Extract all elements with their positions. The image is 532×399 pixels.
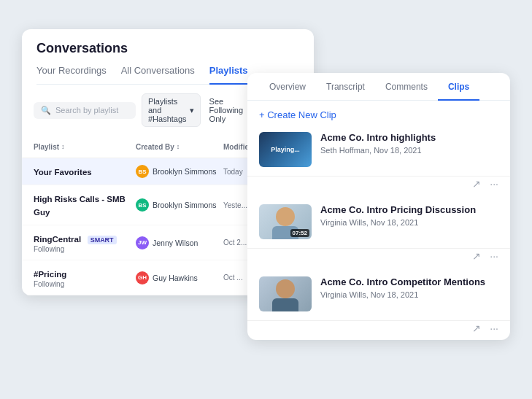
- app-container: Conversations Your Recordings All Conver…: [15, 15, 517, 399]
- person-face: [276, 207, 295, 226]
- create-new-clip-button[interactable]: + Create New Clip: [247, 101, 510, 123]
- playlist-name-cell: High Risks Calls - SMB Guy: [34, 192, 136, 218]
- share-icon[interactable]: ↗: [472, 250, 481, 262]
- share-icon[interactable]: ↗: [472, 178, 481, 190]
- playlist-name-cell: RingCentral SMART Following: [34, 232, 136, 253]
- person-thumbnail-man: [259, 276, 312, 311]
- clips-panel: Overview Transcript Comments Clips + Cre…: [247, 73, 510, 340]
- tab-overview[interactable]: Overview: [259, 73, 316, 101]
- sort-icon-created: ↕: [177, 143, 180, 150]
- avatar: BS: [136, 198, 149, 212]
- chevron-down-icon: ▾: [190, 106, 194, 115]
- avatar: GH: [136, 271, 149, 284]
- tab-comments[interactable]: Comments: [375, 73, 438, 101]
- avatar: BS: [136, 165, 149, 178]
- list-item[interactable]: Acme Co. Intro Competitor Mentions Virgi…: [247, 268, 510, 321]
- tab-all-conversations[interactable]: All Conversations: [121, 65, 195, 85]
- tab-clips[interactable]: Clips: [438, 73, 479, 101]
- clip-info: Acme Co. Intro Competitor Mentions Virgi…: [320, 276, 498, 299]
- creator-cell: JW Jenny Wilson: [136, 236, 223, 249]
- clip-info: Acme Co. Intro Pricing Discussion Virgin…: [320, 204, 498, 227]
- clip-thumbnail: Playing...: [259, 132, 312, 167]
- playing-thumbnail: Playing...: [259, 132, 312, 167]
- duration-badge: 07:52: [290, 229, 309, 237]
- more-options-icon[interactable]: ···: [490, 322, 498, 334]
- playlist-name-cell: Your Favorites: [34, 165, 136, 178]
- playing-label: Playing...: [271, 146, 300, 153]
- search-placeholder: Search by playlist: [55, 106, 118, 115]
- person-body: [272, 298, 298, 311]
- creator-cell: GH Guy Hawkins: [136, 271, 223, 284]
- playlist-name-cell: #Pricing Following: [34, 267, 136, 288]
- col-playlist: Playlist ↕: [34, 139, 136, 155]
- list-item[interactable]: 07:52 Acme Co. Intro Pricing Discussion …: [247, 195, 510, 249]
- search-icon: 🔍: [41, 106, 51, 115]
- clip-actions-1: ↗ ···: [247, 177, 510, 195]
- creator-cell: BS Brooklyn Simmons: [136, 165, 223, 178]
- person-face: [276, 279, 295, 298]
- clip-title: Acme Co. Intro highlights: [320, 132, 498, 144]
- clip-thumbnail: 07:52: [259, 204, 312, 239]
- clip-title: Acme Co. Intro Pricing Discussion: [320, 204, 498, 217]
- list-item[interactable]: Playing... Acme Co. Intro highlights Set…: [247, 123, 510, 177]
- panel-title: Conversations: [36, 41, 299, 56]
- clip-actions-2: ↗ ···: [247, 249, 510, 268]
- clip-title: Acme Co. Intro Competitor Mentions: [320, 276, 498, 289]
- tab-playlists[interactable]: Playlists: [209, 65, 248, 85]
- col-created-by: Created By ↕: [136, 139, 223, 155]
- tab-transcript[interactable]: Transcript: [316, 73, 375, 101]
- clip-info: Acme Co. Intro highlights Seth Hoffman, …: [320, 132, 498, 155]
- following-label: See Following Only: [209, 97, 251, 123]
- sort-icon-playlist: ↕: [61, 143, 65, 150]
- filter-label: Playlists and #Hashtags: [148, 97, 187, 123]
- clip-meta: Virginia Wills, Nov 18, 2021: [320, 218, 498, 227]
- more-options-icon[interactable]: ···: [490, 250, 498, 262]
- clips-tabs: Overview Transcript Comments Clips: [247, 73, 510, 101]
- avatar: JW: [136, 236, 149, 249]
- clip-actions-3: ↗ ···: [247, 321, 510, 340]
- tab-your-recordings[interactable]: Your Recordings: [36, 65, 107, 85]
- more-options-icon[interactable]: ···: [490, 178, 498, 190]
- clip-thumbnail: [259, 276, 312, 311]
- search-box[interactable]: 🔍 Search by playlist: [34, 102, 136, 119]
- share-icon[interactable]: ↗: [472, 322, 481, 334]
- filter-dropdown[interactable]: Playlists and #Hashtags ▾: [142, 93, 201, 127]
- creator-cell: BS Brooklyn Simmons: [136, 198, 223, 212]
- clip-meta: Seth Hoffman, Nov 18, 2021: [320, 146, 498, 155]
- clip-meta: Virginia Wills, Nov 18, 2021: [320, 290, 498, 299]
